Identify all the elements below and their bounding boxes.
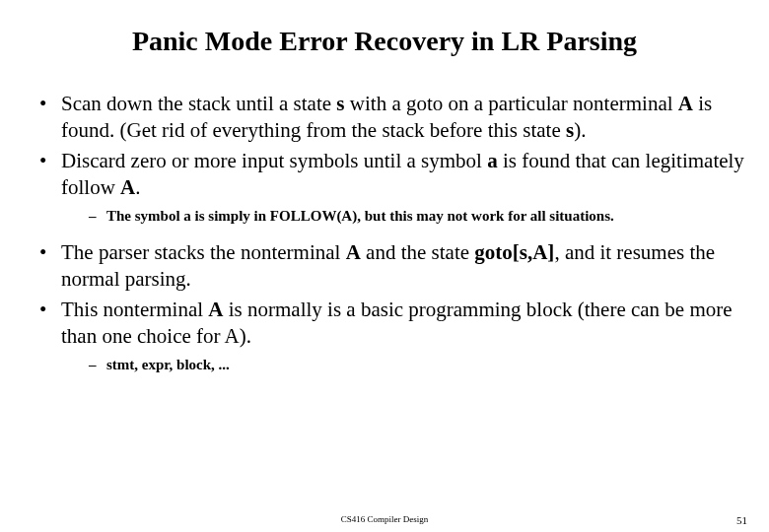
footer-course: CS416 Compiler Design (341, 514, 429, 524)
var-A: A (208, 298, 223, 321)
var-s: s (336, 92, 344, 115)
bullet-4: This nonterminal A is normally is a basi… (39, 297, 761, 384)
text: ). (574, 118, 586, 142)
footer-page: 51 (736, 514, 747, 526)
goto-expr: goto[s,A] (474, 240, 554, 264)
text: Scan down the stack until a state (61, 92, 336, 115)
bullet-list: Scan down the stack until a state s with… (0, 91, 769, 384)
sub-list: stmt, expr, block, ... (61, 350, 761, 385)
var-A: A (678, 92, 693, 115)
text: This nonterminal (61, 298, 208, 321)
text: . (135, 175, 140, 199)
var-a: a (487, 149, 498, 172)
sub-list: The symbol a is simply in FOLLOW(A), but… (61, 201, 761, 236)
var-A: A (346, 240, 361, 264)
text: Discard zero or more input symbols until… (61, 149, 487, 172)
var-A: A (120, 175, 135, 199)
text: with a goto on a particular nonterminal (345, 92, 678, 115)
var-s: s (566, 118, 574, 142)
slide: Panic Mode Error Recovery in LR Parsing … (0, 0, 769, 532)
slide-title: Panic Mode Error Recovery in LR Parsing (0, 26, 769, 57)
text: and the state (361, 240, 474, 264)
sub-bullet: stmt, expr, block, ... (89, 356, 761, 375)
sub-bullet: The symbol a is simply in FOLLOW(A), but… (89, 207, 761, 227)
bullet-2: Discard zero or more input symbols until… (39, 148, 761, 235)
bullet-1: Scan down the stack until a state s with… (39, 91, 761, 144)
bullet-3: The parser stacks the nonterminal A and … (39, 239, 761, 293)
text: The parser stacks the nonterminal (61, 240, 346, 264)
